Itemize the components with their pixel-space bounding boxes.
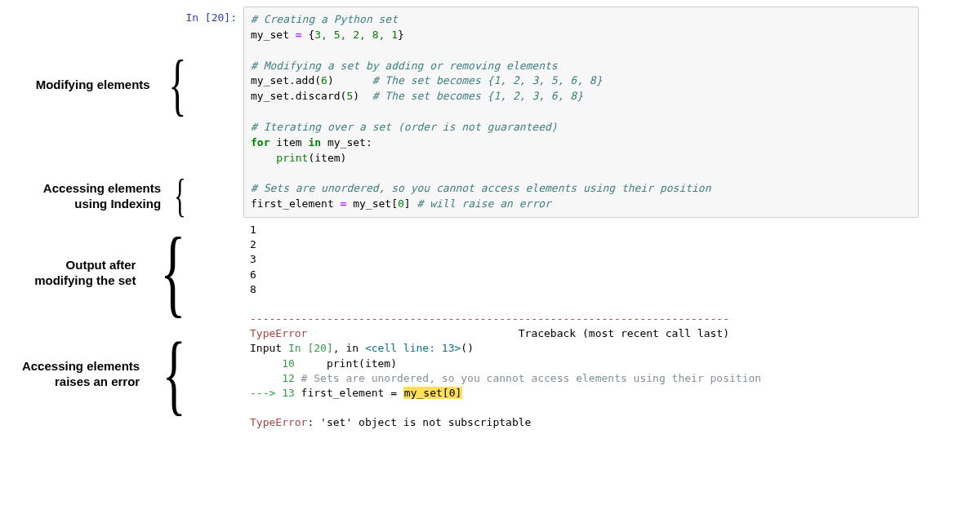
annotation-error-text: Accessing elementsraises an error xyxy=(22,358,143,390)
brace-icon: { xyxy=(174,178,186,215)
annotation-indexing-text: Accessing elementsusing Indexing xyxy=(43,180,164,212)
brace-icon: { xyxy=(168,57,186,112)
annotation-modifying: Modifying elements { xyxy=(36,57,184,112)
input-prompt: In [20]: xyxy=(184,7,243,24)
annotation-error: Accessing elementsraises an error { xyxy=(22,338,184,410)
notebook-column: In [20]: # Creating a Python set my_set … xyxy=(184,7,919,436)
annotation-output: Output aftermodifying the set { xyxy=(34,233,184,312)
annotations-column: Modifying elements { Accessing elementsu… xyxy=(0,7,184,436)
output-cell-row: 1 2 3 6 8 ------------------------------… xyxy=(184,218,919,436)
page-container: Modifying elements { Accessing elementsu… xyxy=(0,7,919,436)
annotation-modifying-text: Modifying elements xyxy=(36,77,154,93)
annotation-indexing: Accessing elementsusing Indexing { xyxy=(43,178,184,215)
brace-icon: { xyxy=(163,338,186,410)
output-prompt-spacer xyxy=(184,218,243,223)
traceback-separator: ----------------------------------------… xyxy=(250,312,729,325)
brace-icon: { xyxy=(160,233,186,312)
annotation-output-text: Output aftermodifying the set xyxy=(34,257,139,289)
code-cell[interactable]: # Creating a Python set my_set = {3, 5, … xyxy=(243,7,919,218)
output-cell: 1 2 3 6 8 ------------------------------… xyxy=(243,218,918,436)
code-cell-row: In [20]: # Creating a Python set my_set … xyxy=(184,7,919,218)
